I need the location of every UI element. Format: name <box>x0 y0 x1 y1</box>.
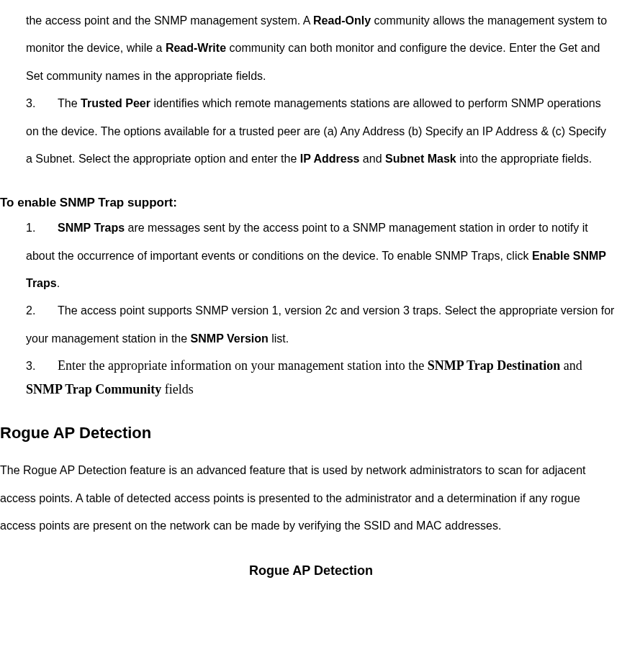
term-snmp-trap-community: SNMP Trap Community <box>26 382 161 396</box>
text-run: into the appropriate fields. <box>456 153 592 165</box>
term-subnet-mask: Subnet Mask <box>385 153 456 165</box>
trap-list-item-3: 3.Enter the appropriate information on y… <box>0 354 622 402</box>
term-snmp-trap-destination: SNMP Trap Destination <box>428 358 560 373</box>
text-run: and <box>359 153 385 165</box>
text-run: The access point supports SNMP version 1… <box>26 304 614 344</box>
list-number: 3. <box>26 90 58 117</box>
text-block: 3.The Trusted Peer identifies which remo… <box>26 90 615 173</box>
centered-heading-rogue: Rogue AP Detection <box>0 562 622 580</box>
text-run: Enter the appropriate information on you… <box>58 358 428 373</box>
text-run: fields <box>161 382 194 396</box>
trap-list-item-2: 2.The access point supports SNMP version… <box>0 297 622 353</box>
term-trusted-peer: Trusted Peer <box>81 97 150 109</box>
heading-rogue-ap-detection: Rogue AP Detection <box>0 422 622 445</box>
text-run: list. <box>269 332 289 345</box>
text-run: The <box>58 97 81 109</box>
text-block: 1.SNMP Traps are messages sent by the ac… <box>26 214 615 297</box>
text-run: . <box>57 277 60 289</box>
list-item-3: 3.The Trusted Peer identifies which remo… <box>0 90 622 173</box>
text-block: the access point and the SNMP management… <box>26 7 615 90</box>
term-read-write: Read-Write <box>166 42 226 54</box>
term-read-only: Read-Only <box>313 14 371 27</box>
list-number: 2. <box>26 297 58 324</box>
list-number: 3. <box>26 355 58 377</box>
paragraph-rogue-description: The Rogue AP Detection feature is an adv… <box>0 457 622 540</box>
trap-list-item-1: 1.SNMP Traps are messages sent by the ac… <box>0 214 622 297</box>
term-snmp-version: SNMP Version <box>191 332 269 345</box>
text-run: and <box>560 358 582 373</box>
term-ip-address: IP Address <box>300 153 360 165</box>
paragraph-community-continuation: the access point and the SNMP management… <box>0 7 622 90</box>
text-run: the access point and the SNMP management… <box>26 14 313 27</box>
heading-trap-support: To enable SNMP Trap support: <box>0 194 622 212</box>
text-block: The Rogue AP Detection feature is an adv… <box>0 457 618 540</box>
list-number: 1. <box>26 214 58 242</box>
text-block: 2.The access point supports SNMP version… <box>26 297 615 353</box>
term-snmp-traps: SNMP Traps <box>58 222 125 234</box>
text-block: 3.Enter the appropriate information on y… <box>26 354 615 402</box>
